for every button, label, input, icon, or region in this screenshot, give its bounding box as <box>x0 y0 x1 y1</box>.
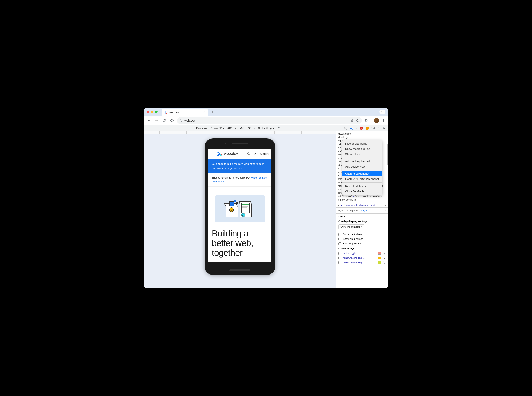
address-bar[interactable]: web.dev <box>177 117 362 124</box>
forward-button[interactable] <box>154 118 159 123</box>
theme-toggle-icon[interactable] <box>253 152 257 156</box>
overlay-name[interactable]: div.devsite-landing-r... <box>343 261 376 264</box>
close-window-button[interactable] <box>147 111 149 113</box>
close-tab-icon[interactable]: ✕ <box>202 111 205 114</box>
home-button[interactable] <box>169 118 174 123</box>
color-swatch[interactable] <box>378 252 381 255</box>
highlight-icon[interactable] <box>382 256 385 259</box>
highlight-icon[interactable] <box>382 252 385 255</box>
bookmark-star-icon[interactable] <box>356 119 359 122</box>
overlay-row: button.toggle <box>338 252 385 255</box>
dom-line[interactable]: -devsite-side <box>338 132 386 136</box>
reload-button[interactable] <box>162 118 167 123</box>
dom-line[interactable]: -devsite-js <box>338 136 386 139</box>
device-width[interactable]: 412 <box>227 127 231 130</box>
tab-computed[interactable]: Computed <box>347 208 358 213</box>
tab-layout[interactable]: Layout <box>361 208 368 213</box>
grid-section-toggle[interactable]: Grid <box>338 215 385 218</box>
checkbox-extend-grid-lines[interactable]: Extend grid lines <box>338 242 385 245</box>
open-external-icon[interactable] <box>350 119 354 122</box>
layout-panel: Grid Overlay display settings Show line … <box>336 214 388 288</box>
tab-styles[interactable]: Styles <box>338 208 344 213</box>
color-swatch[interactable] <box>378 257 381 259</box>
menu-item-add-device-pixel-ratio[interactable]: Add device pixel ratio <box>342 159 382 164</box>
checkbox-input[interactable] <box>338 242 341 245</box>
search-icon[interactable] <box>247 152 250 156</box>
device-height[interactable]: 732 <box>240 127 244 130</box>
svg-line-19 <box>249 154 250 155</box>
svg-point-17 <box>221 154 222 155</box>
profile-avatar[interactable] <box>374 118 379 123</box>
error-badge[interactable]: ✕ <box>360 127 363 130</box>
more-tabs-icon[interactable]: » <box>385 209 386 212</box>
more-options-dropdown[interactable]: ▾ <box>335 127 336 129</box>
maximize-window-button[interactable] <box>155 111 158 113</box>
device-toggle-icon[interactable] <box>350 127 353 130</box>
checkbox-input[interactable] <box>338 233 341 236</box>
overlay-settings-title: Overlay display settings <box>338 220 385 223</box>
times-label: × <box>235 127 236 130</box>
dom-line[interactable]: ing-row devsite-lan <box>338 198 386 202</box>
menu-item-close-devtools[interactable]: Close DevTools <box>342 189 382 194</box>
throttling-dropdown[interactable]: No throttling <box>258 127 274 130</box>
menu-item-capture-screenshot[interactable]: Capture screenshot <box>342 171 382 176</box>
svg-rect-35 <box>243 204 249 205</box>
menu-item-hide-device-frame[interactable]: Hide device frame <box>342 141 382 146</box>
chrome-dropdown-icon[interactable] <box>379 110 385 114</box>
svg-point-39 <box>241 213 245 217</box>
extensions-icon[interactable] <box>364 119 368 122</box>
rotate-icon[interactable] <box>277 126 281 130</box>
inspect-icon[interactable] <box>344 127 347 130</box>
breadcrumb-next-icon[interactable]: ▸ <box>384 204 387 207</box>
webdev-logo-icon <box>217 151 223 157</box>
overlay-name[interactable]: div.devsite-landing-r... <box>343 257 376 259</box>
browser-tab[interactable]: web.dev ✕ <box>162 109 208 116</box>
svg-rect-3 <box>180 121 181 121</box>
svg-line-28 <box>256 153 257 153</box>
color-swatch[interactable] <box>378 261 381 264</box>
svg-point-6 <box>181 121 182 122</box>
overlay-name[interactable]: button.toggle <box>343 252 376 255</box>
traffic-lights <box>147 111 158 113</box>
kebab-menu-icon[interactable] <box>382 119 385 122</box>
new-tab-button[interactable]: + <box>210 109 216 115</box>
site-settings-icon[interactable] <box>179 119 183 122</box>
more-tabs-icon[interactable]: » <box>356 127 357 130</box>
menu-item-add-device-type[interactable]: Add device type <box>342 164 382 169</box>
overlay-checkbox[interactable] <box>338 261 341 264</box>
devtools-kebab-icon[interactable] <box>377 127 380 130</box>
dimensions-dropdown[interactable]: Dimensions: Nexus 6P <box>196 127 224 130</box>
checkbox-show-track-sizes[interactable]: Show track sizes <box>338 233 385 236</box>
back-button[interactable] <box>147 118 152 123</box>
zoom-dropdown[interactable]: 74% <box>247 127 255 130</box>
menu-item-capture-full-size-screenshot[interactable]: Capture full size screenshot <box>342 176 382 182</box>
svg-rect-12 <box>352 128 353 129</box>
browser-toolbar: web.dev | <box>144 116 388 125</box>
site-logo[interactable]: web.dev <box>217 151 238 157</box>
checkbox-input[interactable] <box>338 238 341 240</box>
svg-point-14 <box>379 128 379 128</box>
breadcrumb-item[interactable]: section.devsite-landing-row.devsite <box>340 204 384 206</box>
breadcrumb-prev-icon[interactable]: ◂ <box>337 204 340 207</box>
hero-illustration <box>215 195 265 222</box>
settings-gear-icon[interactable] <box>371 127 375 130</box>
browser-window: web.dev ✕ + web.dev | Dimen <box>144 108 388 288</box>
menu-item-show-media-queries[interactable]: Show media queries <box>342 146 382 151</box>
minimize-window-button[interactable] <box>151 111 153 113</box>
io-banner: Thanks for tuning in to Google I/O! Watc… <box>208 173 272 187</box>
overlay-checkbox[interactable] <box>338 257 341 259</box>
line-numbers-select[interactable]: Show line numbers▾ <box>338 224 364 229</box>
checkbox-show-area-names[interactable]: Show area names <box>338 238 385 240</box>
signin-link[interactable]: Sign in <box>260 152 269 155</box>
warning-badge[interactable]: ! <box>366 127 369 130</box>
scrollbar-thumb[interactable] <box>387 144 388 165</box>
ruler <box>144 131 336 134</box>
hamburger-icon[interactable] <box>211 153 215 155</box>
close-devtools-icon[interactable]: ✕ <box>383 127 385 130</box>
menu-item-reset-to-defaults[interactable]: Reset to defaults <box>342 183 382 189</box>
highlight-icon[interactable] <box>382 261 385 264</box>
svg-line-26 <box>256 154 257 155</box>
menu-item-show-rulers[interactable]: Show rulers <box>342 151 382 157</box>
hero-title: Building a better web, together <box>208 229 272 258</box>
overlay-checkbox[interactable] <box>338 252 341 255</box>
